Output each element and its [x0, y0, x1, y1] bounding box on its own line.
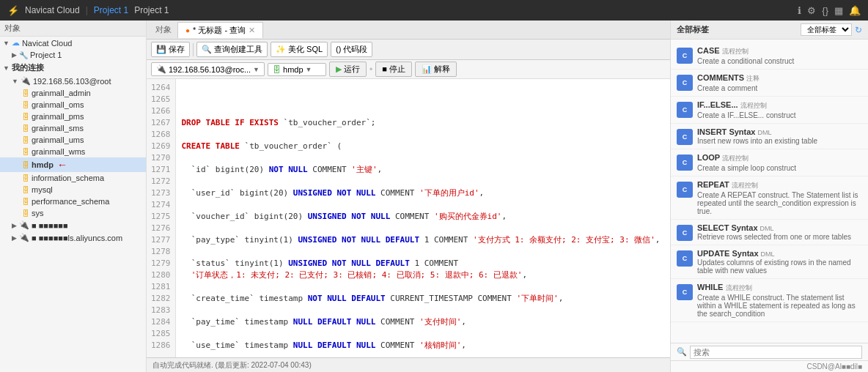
code-line-1270: `pay_type` tinyint(1) UNSIGNED NOT NULL …: [182, 234, 665, 246]
tab-section-label: 对象: [150, 24, 177, 35]
snippet-info-comments: COMMENTS 注释 Create a comment: [697, 73, 760, 92]
sidebar-item-conn-2[interactable]: ▶ 🔌 ■ ■■■■■■: [0, 219, 146, 231]
sidebar-item-db-performance-schema[interactable]: 🗄 performance_schema: [0, 196, 146, 207]
beautify-button[interactable]: ✨ 美化 SQL: [271, 42, 328, 57]
graph-icon[interactable]: ▦: [834, 5, 843, 16]
snippet-item-repeat[interactable]: C REPEAT 流程控制 Create A REPEAT construct.…: [671, 176, 868, 220]
conn-icon-small: 🔌: [156, 64, 166, 74]
conn-bar: 🔌 192.168.56.103@roc... ▼ 🗄 hmdp ▼ ▶ 运行 …: [147, 60, 670, 79]
sidebar-section-label: 对象: [0, 21, 146, 37]
refresh-icon[interactable]: ↻: [855, 25, 862, 35]
snippet-info-loop: LOOP 流程控制 Create a simple loop construct: [697, 153, 796, 172]
tab-close-icon[interactable]: ✕: [249, 26, 255, 35]
save-button[interactable]: 💾 保存: [151, 42, 190, 57]
snippet-item-loop[interactable]: C LOOP 流程控制 Create a simple loop constru…: [671, 149, 868, 176]
settings-icon[interactable]: ⚙: [807, 5, 816, 16]
snippet-info-while: WHILE 流程控制 Create a WHILE construct. The…: [697, 283, 862, 318]
sidebar-item-db-grainmall-oms[interactable]: 🗄 grainmall_oms: [0, 99, 146, 111]
db-label-hmdp: hmdp: [32, 160, 54, 169]
query-tool-label: 查询创建工具: [214, 44, 262, 55]
snippet-item-if-else[interactable]: C IF...ELSE... 流程控制 Create a IF...ELSE..…: [671, 97, 868, 124]
code-line-1265: DROP TABLE IF EXISTS `tb_voucher_order`;: [182, 117, 665, 129]
snippet-item-insert[interactable]: C INSERT Syntax DML Insert new rows into…: [671, 124, 868, 149]
search-input[interactable]: [690, 346, 862, 359]
sidebar-item-db-information-schema[interactable]: 🗄 information_schema: [0, 172, 146, 184]
connection-selector[interactable]: 🔌 192.168.56.103@roc... ▼: [151, 62, 265, 76]
snippet-item-while[interactable]: C WHILE 流程控制 Create a WHILE construct. T…: [671, 279, 868, 322]
stop-button[interactable]: ■ 停止: [375, 62, 412, 77]
snippet-icon-if-else: C: [677, 102, 693, 118]
snippet-icon-update: C: [677, 250, 693, 267]
top-sep: |: [86, 5, 88, 15]
save-icon: 💾: [156, 45, 166, 54]
sidebar-item-conn-3[interactable]: ▶ 🔌 ■ ■■■■■■ls.aliyuncs.com: [0, 231, 146, 244]
snippet-list: C CASE 流程控制 Create a conditional constru…: [671, 40, 868, 343]
status-bar: 自动完成代码就绪. (最后更新: 2022-07-04 00:43): [147, 357, 670, 372]
snippet-icon-repeat: C: [677, 182, 693, 198]
code-snippet-button[interactable]: () 代码段: [331, 42, 372, 57]
code-line-1273: `pay_time` timestamp NULL DEFAULT NULL C…: [182, 316, 665, 328]
snippet-info-case: CASE 流程控制 Create a conditional construct: [697, 46, 794, 65]
query-tool-button[interactable]: 🔍 查询创建工具: [196, 42, 268, 57]
sidebar-item-db-grainmall-pms[interactable]: 🗄 grainmall_pms: [0, 111, 146, 122]
snippet-item-comments[interactable]: C COMMENTS 注释 Create a comment: [671, 70, 868, 97]
tab-dot: ●: [185, 26, 190, 34]
run-label: 运行: [344, 64, 360, 75]
btn-sep: •: [369, 64, 372, 75]
info-icon[interactable]: ℹ: [798, 5, 801, 16]
db-label: performance_schema: [32, 197, 109, 206]
right-panel: 全部标签 全部标签 ↻ C CASE 流程控制 Create a conditi…: [670, 21, 868, 372]
run-button[interactable]: ▶ 运行: [329, 62, 367, 77]
bell-icon[interactable]: 🔔: [849, 5, 861, 16]
explain-button[interactable]: 📊 解释: [415, 62, 457, 77]
sidebar-item-project[interactable]: ▶ 🔧 Project 1: [0, 49, 146, 61]
project-name: Project 1: [94, 5, 128, 15]
sidebar-item-db-mysql[interactable]: 🗄 mysql: [0, 184, 146, 196]
bottom-bar-text: CSDN@Al■■dil■: [806, 362, 862, 371]
conn2-label: ■ ■■■■■■: [32, 221, 68, 230]
sidebar-item-db-hmdp[interactable]: 🗄 hmdp ←: [0, 157, 146, 172]
sidebar-item-db-sys[interactable]: 🗄 sys: [0, 207, 146, 219]
beautify-label: 美化 SQL: [288, 44, 323, 55]
tag-filter-select[interactable]: 全部标签: [801, 23, 852, 36]
stop-label: ■ 停止: [382, 64, 405, 75]
snippet-item-case[interactable]: C CASE 流程控制 Create a conditional constru…: [671, 42, 868, 70]
sidebar-section-my-connections: ▼ 我的连接: [0, 61, 146, 75]
code-editor[interactable]: 1264 1265 1266 1267 1268 1269 1270 1271 …: [147, 79, 670, 357]
db-label: mysql: [32, 185, 53, 194]
sidebar-item-db-grainmall-sms[interactable]: 🗄 grainmall_sms: [0, 122, 146, 134]
sidebar-item-db-grainmall-admin[interactable]: 🗄 grainmall_admin: [0, 87, 146, 99]
right-panel-title: 全部标签: [677, 24, 709, 35]
snippet-info-if-else: IF...ELSE... 流程控制 Create a IF...ELSE... …: [697, 100, 796, 119]
snippet-item-update[interactable]: C UPDATE Syntax DML Updates columns of e…: [671, 245, 868, 279]
sidebar-tree: ▼ ☁ Navicat Cloud ▶ 🔧 Project 1 ▼ 我的连接 ▼…: [0, 37, 146, 372]
center-area: 对象 ● * 无标题 - 查询 ✕ 💾 保存 🔍 查询创建工具 ✨ 美化 SQL: [147, 21, 670, 372]
right-panel-header: 全部标签 全部标签 ↻: [671, 21, 868, 40]
snippet-item-select[interactable]: C SELECT Syntax DML Retrieve rows select…: [671, 220, 868, 245]
snippet-info-repeat: REPEAT 流程控制 Create A REPEAT construct. T…: [697, 180, 862, 215]
snippet-info-update: UPDATE Syntax DML Updates columns of exi…: [697, 249, 862, 275]
navicat-cloud-label: Navicat Cloud: [22, 39, 72, 48]
conn3-label: ■ ■■■■■■ls.aliyuncs.com: [32, 234, 122, 242]
sidebar-item-navicat-cloud[interactable]: ▼ ☁ Navicat Cloud: [0, 37, 146, 49]
project-label: Project 1: [134, 5, 169, 15]
right-panel-search: 🔍: [671, 343, 868, 360]
explain-label: 解释: [434, 64, 450, 75]
explain-icon: 📊: [422, 64, 432, 74]
code-line-1274: `use_time` timestamp NULL DEFAULT NULL C…: [182, 340, 665, 351]
db-label: information_schema: [32, 174, 104, 182]
snippet-icon-case: C: [677, 48, 693, 64]
code-line-1272: `create_time` timestamp NOT NULL DEFAULT…: [182, 293, 665, 305]
sidebar: 对象 ▼ ☁ Navicat Cloud ▶ 🔧 Project 1 ▼ 我的连…: [0, 21, 147, 372]
sidebar-item-connection-1[interactable]: ▼ 🔌 192.168.56.103@root: [0, 75, 146, 87]
connection-1-label: 192.168.56.103@root: [33, 77, 111, 86]
code-line-1269: `voucher_id` bigint(20) UNSIGNED NOT NUL…: [182, 211, 665, 223]
sidebar-item-db-grainmall-ums[interactable]: 🗄 grainmall_ums: [0, 134, 146, 146]
code-snippet-label: () 代码段: [336, 44, 367, 55]
toolbar-sep: [193, 43, 194, 56]
active-tab[interactable]: ● * 无标题 - 查询 ✕: [177, 22, 263, 38]
code-content[interactable]: DROP TABLE IF EXISTS `tb_voucher_order`;…: [176, 79, 671, 357]
code-icon[interactable]: {}: [822, 5, 828, 16]
sidebar-item-db-grainmall-wms[interactable]: 🗄 grainmall_wms: [0, 146, 146, 157]
database-selector[interactable]: 🗄 hmdp ▼: [268, 63, 326, 76]
